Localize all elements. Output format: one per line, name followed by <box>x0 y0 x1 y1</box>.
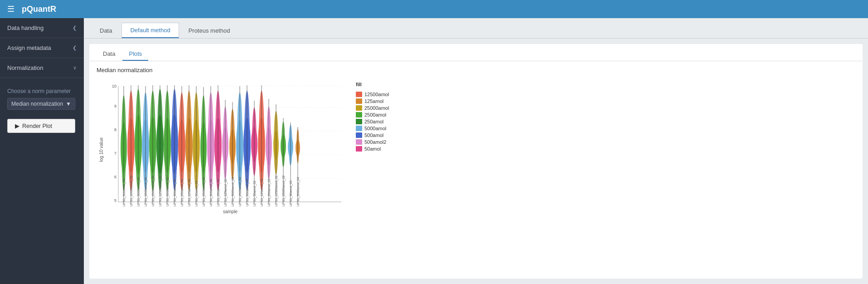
chevron-icon-normalization: ∨ <box>73 65 77 71</box>
svg-text:UPS1_5000amol_03: UPS1_5000amol_03 <box>231 177 235 206</box>
svg-text:UPS1_250amol_01: UPS1_250amol_01 <box>180 179 184 206</box>
svg-text:UPS1_50amol_01: UPS1_50amol_01 <box>195 181 199 206</box>
x-axis-label: sample <box>223 209 238 214</box>
svg-text:7: 7 <box>114 151 116 156</box>
legend-item-50amol: 50amol <box>356 146 389 152</box>
sidebar-label-assign-metadata: Assign metadata <box>7 44 51 51</box>
legend-color-125amol <box>356 98 362 104</box>
legend-item-25000amol: 25000amol <box>356 105 389 111</box>
legend-item-250amol: 250amol <box>356 119 389 124</box>
legend-color-12500amol <box>356 92 362 97</box>
sidebar-label-data-handling: Data handling <box>7 24 44 31</box>
sidebar-item-data-handling[interactable]: Data handling ❮ <box>0 18 84 38</box>
legend-label-125amol: 125amol <box>364 98 383 104</box>
legend-title: fill <box>356 82 389 87</box>
svg-text:5: 5 <box>114 198 116 203</box>
svg-text:10: 10 <box>112 84 116 88</box>
legend-color-50amol <box>356 146 362 152</box>
violin-plot-svg: log 10 value 5 6 7 8 9 1 <box>97 77 350 218</box>
svg-text:9: 9 <box>114 104 116 108</box>
svg-text:UPS1_10000amol_01: UPS1_10000amol_01 <box>130 175 133 206</box>
legend-label-5000amol: 5000amol <box>364 126 386 131</box>
chart-title: Median normalization <box>97 67 855 73</box>
legend-color-5000amol <box>356 126 362 131</box>
norm-param-label: Choose a norm parameter <box>0 84 84 96</box>
legend-label-2500amol: 2500amol <box>364 112 386 118</box>
legend-label-500amol: 500amol <box>364 132 383 138</box>
sidebar-item-assign-metadata[interactable]: Assign metadata ❮ <box>0 38 84 58</box>
svg-text:UPS1_12500amol_01: UPS1_12500amol_01 <box>159 175 162 206</box>
legend-color-500amol <box>356 132 362 138</box>
legend-color-250amol <box>356 119 362 124</box>
legend-label-500amol2: 500amol2 <box>364 139 386 145</box>
inner-tab-plots[interactable]: Plots <box>122 48 148 61</box>
tab-data[interactable]: Data <box>91 23 121 38</box>
legend-item-500amol: 500amol <box>356 132 389 138</box>
top-tab-bar: Data Default method Proteus method <box>84 18 868 39</box>
hamburger-icon[interactable]: ☰ <box>7 4 15 14</box>
svg-text:UPS1_5000amol_02: UPS1_5000amol_02 <box>166 177 170 206</box>
main-layout: Data handling ❮ Assign metadata ❮ Normal… <box>0 18 868 284</box>
legend-item-500amol2: 500amol2 <box>356 139 389 145</box>
svg-text:UPS1_125amol_01: UPS1_125amol_01 <box>188 179 191 206</box>
dropdown-arrow-icon: ▼ <box>66 101 71 107</box>
legend-item-125amol: 125amol <box>356 98 389 104</box>
sidebar-label-normalization: Normalization <box>7 64 43 71</box>
tab-proteus-method[interactable]: Proteus method <box>180 23 239 38</box>
legend-box: 12500amol 125amol 25000amol <box>356 92 389 152</box>
legend-item-12500amol: 12500amol <box>356 92 389 97</box>
violin-container: log 10 value 5 6 7 8 9 1 <box>97 77 855 218</box>
legend-item-2500amol: 2500amol <box>356 112 389 118</box>
svg-text:UPS1_250amol_02: UPS1_250amol_02 <box>217 179 220 206</box>
svg-text:UPS1_5000amol_04: UPS1_5000amol_04 <box>296 177 300 206</box>
svg-text:UPS1_50amol_02: UPS1_50amol_02 <box>253 181 257 206</box>
svg-text:UPS1_250amol_03: UPS1_250amol_03 <box>267 179 271 206</box>
svg-text:UPS1_2500amol_02: UPS1_2500amol_02 <box>202 177 206 206</box>
chevron-icon-assign-metadata: ❮ <box>73 45 77 51</box>
svg-text:UPS1_125amol_02: UPS1_125amol_02 <box>224 179 228 206</box>
sidebar: Data handling ❮ Assign metadata ❮ Normal… <box>0 18 84 284</box>
inner-tab-data[interactable]: Data <box>97 48 121 61</box>
svg-text:UPS1_50amol_03: UPS1_50amol_03 <box>289 181 293 206</box>
legend-label-50amol: 50amol <box>364 146 381 152</box>
inner-tab-bar: Data Plots <box>89 44 863 61</box>
render-plot-button[interactable]: ▶ Render Plot <box>7 119 75 133</box>
legend-label-12500amol: 12500amol <box>364 92 389 97</box>
chevron-icon-data-handling: ❮ <box>73 25 77 31</box>
svg-text:UPS1_25000amol_01: UPS1_25000amol_01 <box>151 175 155 206</box>
legend-color-2500amol <box>356 112 362 118</box>
svg-text:UPS1_500amol_01: UPS1_500amol_01 <box>173 179 177 206</box>
svg-text:UPS1_2500amol_01: UPS1_2500amol_01 <box>144 177 148 206</box>
legend-color-500amol2 <box>356 139 362 145</box>
legend-label-250amol: 250amol <box>364 119 383 124</box>
app-brand: pQuantR <box>22 5 56 14</box>
svg-text:UPS1_125amol_03: UPS1_125amol_03 <box>260 179 264 206</box>
legend-item-5000amol: 5000amol <box>356 126 389 131</box>
svg-text:UPS1_500amol_03: UPS1_500amol_03 <box>246 179 249 206</box>
norm-select[interactable]: Median normalization ▼ <box>7 98 75 110</box>
svg-text:UPS1_500amol_02: UPS1_500amol_02 <box>209 179 213 206</box>
svg-text:UPS1_5000amol_01: UPS1_5000amol_01 <box>137 177 141 206</box>
svg-text:6: 6 <box>114 175 116 179</box>
navbar: ☰ pQuantR <box>0 0 868 18</box>
svg-text:UPS1_50000fM_01: UPS1_50000fM_01 <box>122 179 126 206</box>
content-area: Data Default method Proteus method Data … <box>84 18 868 284</box>
legend-color-25000amol <box>356 105 362 111</box>
chart-area: Median normalization log 10 value 5 6 <box>89 61 863 223</box>
play-icon: ▶ <box>15 122 19 129</box>
svg-text:UPS1_25000amol_02: UPS1_25000amol_02 <box>282 175 286 206</box>
svg-text:8: 8 <box>114 127 116 132</box>
svg-text:UPS1_2500amol_03: UPS1_2500amol_03 <box>238 177 242 206</box>
svg-text:UPS1_12500amol_02: UPS1_12500amol_02 <box>275 175 278 206</box>
sidebar-item-normalization[interactable]: Normalization ∨ <box>0 58 84 78</box>
legend-label-25000amol: 25000amol <box>364 105 389 111</box>
y-axis-label: log 10 value <box>99 137 104 162</box>
tab-default-method[interactable]: Default method <box>121 23 179 38</box>
main-panel: Data Plots Median normalization log 10 v… <box>89 44 863 279</box>
